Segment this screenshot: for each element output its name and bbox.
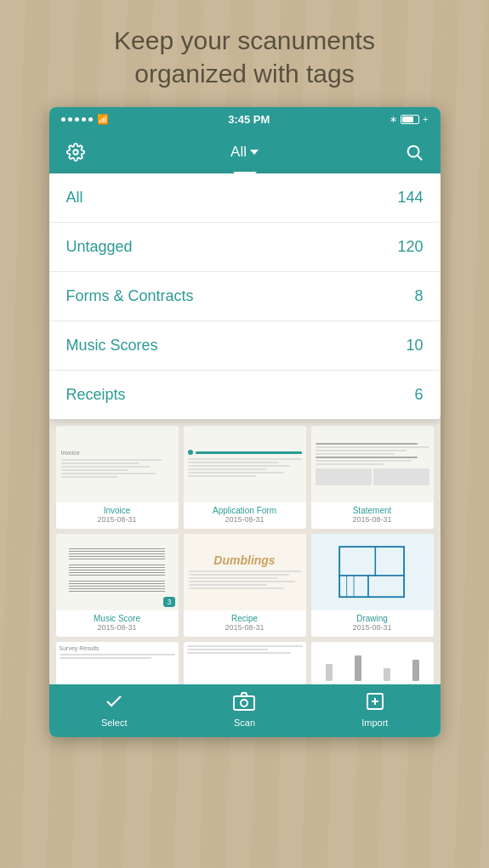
bluetooth-icon: ∗ xyxy=(389,114,397,125)
filter-dropdown-panel: All 144 Untagged 120 Forms & Contracts 8… xyxy=(49,173,441,419)
svg-rect-5 xyxy=(376,547,405,576)
phone-frame: 📶 3:45 PM ∗ + All xyxy=(49,107,441,737)
nav-title: All xyxy=(230,144,247,161)
thumb-label-invoice: Invoice 2015-08-31 xyxy=(56,502,179,529)
filter-forms-count: 8 xyxy=(414,287,423,305)
svg-point-12 xyxy=(241,700,247,706)
filter-music-count: 10 xyxy=(406,337,423,355)
svg-rect-7 xyxy=(368,576,404,597)
svg-point-1 xyxy=(407,146,418,157)
tab-import-label: Import xyxy=(361,718,388,728)
checkmark-icon xyxy=(104,691,124,715)
thumb-label-appform: Application Form 2015-08-31 xyxy=(184,502,306,529)
partial-thumb-2 xyxy=(184,642,306,684)
thumb-label-music: Music Score 2015-08-31 xyxy=(56,610,179,637)
filter-all-count: 144 xyxy=(397,189,423,207)
svg-point-0 xyxy=(73,150,78,155)
thumbnail-drawing[interactable]: Drawing 2015-08-31 xyxy=(311,534,434,637)
recipe-title-text: Dumblings xyxy=(213,553,275,567)
partial-row: Survey Results xyxy=(56,642,434,684)
thumbnail-grid: Invoice Invoice 2015-08-31 xyxy=(56,426,434,637)
charging-icon: + xyxy=(423,114,428,124)
plus-icon xyxy=(365,691,385,715)
filter-untagged-count: 120 xyxy=(397,238,423,256)
tab-select[interactable]: Select xyxy=(49,691,179,728)
filter-receipts[interactable]: Receipts 6 xyxy=(49,371,441,419)
filter-all-label: All xyxy=(66,189,83,207)
tab-bar: Select Scan Import xyxy=(49,684,441,737)
filter-receipts-label: Receipts xyxy=(66,386,126,404)
status-time: 3:45 PM xyxy=(228,113,270,126)
battery-icon xyxy=(401,115,419,124)
tab-scan[interactable]: Scan xyxy=(179,691,310,728)
filter-dropdown-button[interactable]: All xyxy=(230,144,259,161)
thumbnail-recipe[interactable]: Dumblings Recipe 2015-08-31 xyxy=(184,534,306,637)
thumb-preview-invoice: Invoice xyxy=(56,426,179,502)
thumb-badge-music: 3 xyxy=(163,597,174,607)
thumb-preview-statement xyxy=(311,426,434,502)
thumbnail-music[interactable]: 3 Music Score 2015-08-31 xyxy=(56,534,179,637)
wifi-icon: 📶 xyxy=(97,114,109,125)
tab-select-label: Select xyxy=(101,718,128,728)
partial-thumb-1: Survey Results xyxy=(56,642,179,684)
top-label: Keep your scanumentsorganized with tags xyxy=(0,0,489,107)
thumbnail-statement[interactable]: Statement 2015-08-31 xyxy=(311,426,434,529)
search-button[interactable] xyxy=(401,139,427,165)
filter-untagged[interactable]: Untagged 120 xyxy=(49,223,441,272)
dropdown-pointer xyxy=(233,172,257,184)
tab-scan-label: Scan xyxy=(234,718,255,728)
tab-import[interactable]: Import xyxy=(310,691,440,728)
status-bar: 📶 3:45 PM ∗ + xyxy=(49,107,441,131)
filter-receipts-count: 6 xyxy=(414,386,423,404)
chevron-down-icon xyxy=(250,150,259,155)
settings-button[interactable] xyxy=(63,139,88,165)
filter-untagged-label: Untagged xyxy=(66,238,133,256)
signal-dots xyxy=(61,117,93,122)
status-left: 📶 xyxy=(61,114,109,125)
camera-icon xyxy=(233,691,255,715)
svg-rect-4 xyxy=(340,547,376,576)
status-right: ∗ + xyxy=(389,114,428,125)
filter-forms-label: Forms & Contracts xyxy=(66,287,194,305)
thumbnail-invoice[interactable]: Invoice Invoice 2015-08-31 xyxy=(56,426,179,529)
partial-thumb-3 xyxy=(311,642,434,684)
thumbnail-appform[interactable]: Application Form 2015-08-31 xyxy=(184,426,306,529)
thumb-label-statement: Statement 2015-08-31 xyxy=(311,502,434,529)
thumb-preview-drawing xyxy=(311,534,434,610)
svg-line-2 xyxy=(418,156,422,160)
svg-rect-11 xyxy=(234,696,254,710)
filter-music-label: Music Scores xyxy=(66,337,158,355)
content-area: Invoice Invoice 2015-08-31 xyxy=(49,419,441,684)
nav-bar: All xyxy=(49,131,441,173)
thumb-label-recipe: Recipe 2015-08-31 xyxy=(184,610,306,637)
thumb-preview-recipe: Dumblings xyxy=(184,534,306,610)
thumb-label-drawing: Drawing 2015-08-31 xyxy=(311,610,434,637)
svg-rect-3 xyxy=(340,547,405,597)
thumb-preview-appform xyxy=(184,426,306,502)
filter-forms[interactable]: Forms & Contracts 8 xyxy=(49,272,441,321)
thumb-preview-music: 3 xyxy=(56,534,179,610)
filter-music[interactable]: Music Scores 10 xyxy=(49,321,441,371)
